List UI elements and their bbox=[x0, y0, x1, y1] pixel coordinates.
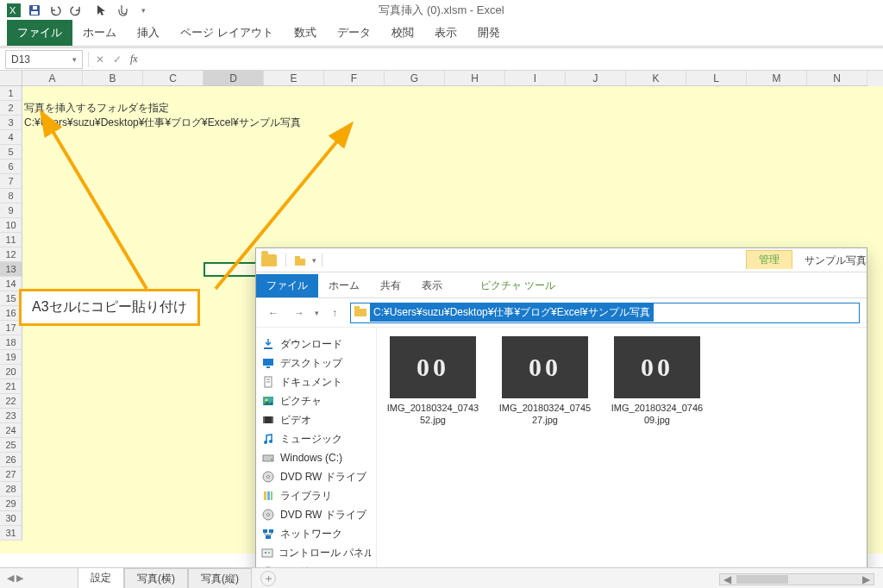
address-path[interactable]: C:¥Users¥suzu¥Desktop¥仕事¥ブログ¥Excel¥サンプル写… bbox=[370, 303, 654, 322]
row-header[interactable]: 11 bbox=[0, 233, 22, 247]
row-header[interactable]: 19 bbox=[0, 350, 22, 365]
address-bar[interactable]: C:¥Users¥suzu¥Desktop¥仕事¥ブログ¥Excel¥サンプル写… bbox=[350, 303, 860, 323]
col-header[interactable]: B bbox=[83, 71, 143, 86]
row-header[interactable]: 28 bbox=[0, 482, 22, 497]
row-header[interactable]: 9 bbox=[0, 203, 22, 218]
fx-icon[interactable]: fx bbox=[130, 53, 138, 66]
redo-icon[interactable] bbox=[69, 3, 83, 17]
col-header[interactable]: A bbox=[22, 71, 83, 86]
row-header[interactable]: 5 bbox=[0, 145, 22, 160]
col-header[interactable]: C bbox=[143, 71, 204, 86]
col-header[interactable]: H bbox=[445, 71, 505, 86]
confirm-icon[interactable]: ✓ bbox=[113, 53, 122, 66]
tab-view[interactable]: 表示 bbox=[424, 20, 467, 46]
col-header[interactable]: D bbox=[204, 71, 264, 86]
row-header[interactable]: 23 bbox=[0, 409, 22, 423]
undo-icon[interactable] bbox=[48, 3, 62, 17]
row-header[interactable]: 3 bbox=[0, 116, 22, 130]
sheet-nav[interactable]: ◀ ▶ bbox=[7, 572, 23, 584]
touch-icon[interactable] bbox=[116, 3, 129, 17]
row-header[interactable]: 25 bbox=[0, 438, 22, 453]
scroll-left-icon[interactable]: ◀ bbox=[720, 573, 735, 585]
sidebar-item[interactable]: ピクチャ bbox=[261, 391, 371, 410]
row-header[interactable]: 29 bbox=[0, 497, 22, 511]
scroll-thumb[interactable] bbox=[736, 575, 788, 584]
qat-dropdown-icon[interactable]: ▾ bbox=[136, 3, 150, 17]
add-sheet-button[interactable]: ＋ bbox=[260, 571, 276, 586]
formula-input[interactable] bbox=[145, 50, 883, 69]
sheet-tab[interactable]: 写真(横) bbox=[124, 568, 188, 589]
sidebar-item[interactable]: ドキュメント bbox=[261, 372, 371, 391]
select-all-corner[interactable] bbox=[0, 71, 22, 86]
row-header[interactable]: 13 bbox=[0, 262, 22, 277]
row-header[interactable]: 18 bbox=[0, 335, 22, 350]
scroll-right-icon[interactable]: ▶ bbox=[859, 573, 874, 585]
tab-developer[interactable]: 開発 bbox=[467, 20, 510, 46]
explorer-tab-file[interactable]: ファイル bbox=[256, 274, 318, 297]
sidebar-item[interactable]: DVD RW ドライブ bbox=[261, 505, 371, 524]
row-header[interactable]: 7 bbox=[0, 174, 22, 189]
file-thumbnail[interactable]: 00IMG_20180324_074609.jpg bbox=[610, 336, 705, 427]
col-header[interactable]: J bbox=[566, 71, 626, 86]
cell-A3[interactable]: C:¥Users¥suzu¥Desktop¥仕事¥ブログ¥Excel¥サンプル写… bbox=[22, 116, 303, 130]
row-header[interactable]: 30 bbox=[0, 511, 22, 526]
row-header[interactable]: 12 bbox=[0, 247, 22, 262]
explorer-window[interactable]: ▾ 管理 サンプル写真 ファイル ホーム 共有 表示 ピクチャ ツール ← → … bbox=[255, 247, 867, 588]
explorer-qat-icon[interactable] bbox=[293, 253, 307, 267]
sidebar-item[interactable]: DVD RW ドライブ bbox=[261, 467, 371, 486]
row-header[interactable]: 22 bbox=[0, 394, 22, 409]
sidebar-item[interactable]: ビデオ bbox=[261, 410, 371, 429]
sidebar-item[interactable]: Windows (C:) bbox=[261, 448, 371, 467]
sidebar-item[interactable]: ネットワーク bbox=[261, 524, 371, 543]
file-thumbnail[interactable]: 00IMG_20180324_074352.jpg bbox=[385, 336, 480, 427]
explorer-picture-tools-tab[interactable]: ピクチャ ツール bbox=[470, 274, 566, 297]
row-header[interactable]: 6 bbox=[0, 160, 22, 174]
back-icon[interactable]: ← bbox=[263, 303, 284, 323]
horizontal-scrollbar[interactable]: ◀ ▶ bbox=[719, 573, 874, 585]
row-header[interactable]: 20 bbox=[0, 365, 22, 379]
col-header[interactable]: F bbox=[324, 71, 385, 86]
tab-pagelayout[interactable]: ページ レイアウト bbox=[170, 20, 284, 46]
row-header[interactable]: 10 bbox=[0, 218, 22, 233]
sheet-tab[interactable]: 設定 bbox=[78, 567, 124, 589]
tab-data[interactable]: データ bbox=[327, 20, 381, 46]
tab-formulas[interactable]: 数式 bbox=[284, 20, 327, 46]
sidebar-item[interactable]: デスクトップ bbox=[261, 353, 371, 372]
tab-review[interactable]: 校閲 bbox=[381, 20, 424, 46]
row-header[interactable]: 27 bbox=[0, 467, 22, 482]
sidebar-item[interactable]: コントロール パネル bbox=[261, 543, 371, 562]
col-header[interactable]: E bbox=[264, 71, 324, 86]
row-header[interactable]: 26 bbox=[0, 453, 22, 467]
forward-icon[interactable]: → bbox=[289, 303, 310, 323]
row-header[interactable]: 1 bbox=[0, 86, 22, 101]
col-header[interactable]: M bbox=[747, 71, 807, 86]
row-header[interactable]: 4 bbox=[0, 130, 22, 145]
tab-file[interactable]: ファイル bbox=[7, 20, 72, 46]
col-header[interactable]: I bbox=[505, 71, 566, 86]
pointer-icon[interactable] bbox=[95, 3, 109, 17]
cancel-icon[interactable]: ✕ bbox=[96, 53, 104, 66]
col-header[interactable]: G bbox=[385, 71, 445, 86]
explorer-qat-dropdown-icon[interactable]: ▾ bbox=[312, 256, 316, 265]
explorer-tab-home[interactable]: ホーム bbox=[318, 274, 370, 297]
explorer-sidebar[interactable]: ダウンロードデスクトップドキュメントピクチャビデオミュージックWindows (… bbox=[256, 328, 377, 587]
row-header[interactable]: 21 bbox=[0, 379, 22, 394]
up-icon[interactable]: ↑ bbox=[324, 303, 345, 323]
row-header[interactable]: 2 bbox=[0, 101, 22, 116]
name-box-dropdown-icon[interactable]: ▾ bbox=[72, 55, 77, 64]
col-header[interactable]: K bbox=[626, 71, 686, 86]
sidebar-item[interactable]: ミュージック bbox=[261, 429, 371, 448]
sidebar-item[interactable]: ライブラリ bbox=[261, 486, 371, 505]
file-thumbnail[interactable]: 00IMG_20180324_074527.jpg bbox=[498, 336, 592, 427]
explorer-file-list[interactable]: 00IMG_20180324_074352.jpg00IMG_20180324_… bbox=[377, 328, 867, 587]
tab-home[interactable]: ホーム bbox=[72, 20, 127, 46]
history-dropdown-icon[interactable]: ▾ bbox=[315, 309, 319, 317]
save-icon[interactable] bbox=[28, 3, 41, 17]
sidebar-item[interactable]: ダウンロード bbox=[261, 335, 371, 353]
sheet-tab[interactable]: 写真(縦) bbox=[188, 568, 252, 589]
explorer-titlebar[interactable]: ▾ 管理 サンプル写真 bbox=[256, 248, 867, 272]
row-header[interactable]: 24 bbox=[0, 423, 22, 438]
explorer-tab-share[interactable]: 共有 bbox=[370, 274, 411, 297]
row-header[interactable]: 8 bbox=[0, 189, 22, 203]
name-box[interactable]: D13 ▾ bbox=[5, 50, 83, 69]
